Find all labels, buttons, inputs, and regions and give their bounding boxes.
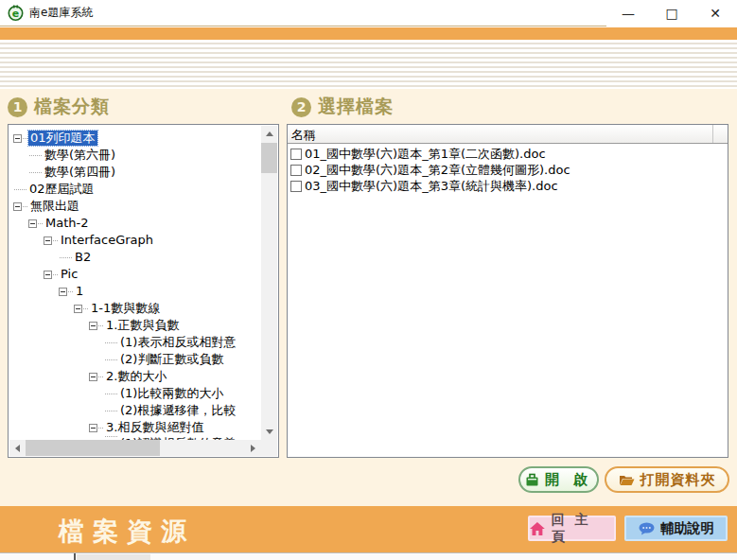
collapse-toggle-icon[interactable] [44, 236, 52, 245]
home-icon [530, 522, 545, 535]
tree-item[interactable]: 無限出題 [9, 198, 261, 215]
scroll-right-button[interactable] [245, 440, 261, 456]
tree-item[interactable]: (1)比較兩數的大小 [9, 385, 261, 402]
page-title: 檔案資源 [59, 515, 195, 549]
tree-horizontal-scrollbar[interactable] [9, 440, 261, 456]
home-button-label: 回 主 頁 [552, 512, 614, 546]
bottom-strip-segment [77, 554, 150, 560]
file-list-panel: 名稱 01_國中數學(六)題本_第1章(二次函數).doc02_國中數學(六)題… [287, 124, 728, 458]
tree-item[interactable]: (2)判斷正數或負數 [9, 351, 261, 368]
tree-item-label: 數學(第六冊) [43, 148, 117, 163]
tree-item-label: 2.數的大小 [104, 369, 168, 384]
svg-text:e: e [12, 8, 19, 20]
file-checkbox[interactable] [290, 165, 302, 176]
tree-item-label: (1)表示相反或相對意 [118, 335, 237, 350]
help-button[interactable]: 輔助說明 [624, 516, 728, 541]
tree-item[interactable]: 1 [9, 283, 261, 300]
tree-item-label: (2)根據遞移律，比較 [118, 403, 237, 418]
collapse-toggle-icon[interactable] [89, 424, 97, 432]
top-orange-band [0, 27, 737, 40]
file-name: 01_國中數學(六)題本_第1章(二次函數).doc [305, 146, 546, 162]
collapse-toggle-icon[interactable] [74, 305, 82, 313]
tree-item[interactable]: 02歷屆試題 [9, 181, 261, 198]
column-header-name[interactable]: 名稱 [288, 125, 713, 143]
category-tree-panel: 01列印題本數學(第六冊)數學(第四冊)02歷屆試題無限出題Math-2Inte… [8, 124, 279, 458]
tree-item-label: (2)判斷正數或負數 [118, 352, 225, 367]
file-checkbox[interactable] [290, 181, 302, 192]
tree-item-label: B2 [73, 250, 93, 265]
tree-item[interactable]: (1)表示相反或相對意 [9, 334, 261, 351]
file-checkbox[interactable] [290, 149, 302, 160]
tree-item-label: 01列印題本 [28, 131, 97, 146]
tree-item[interactable]: InterfaceGraph [9, 232, 261, 249]
app-logo-icon: e [8, 5, 24, 21]
tree-item[interactable]: B2 [9, 249, 261, 266]
collapse-toggle-icon[interactable] [89, 373, 97, 381]
column-header-extra[interactable] [713, 125, 728, 143]
step-2-badge: 2 [291, 97, 311, 117]
tree-item-label: 1 [74, 284, 85, 299]
file-row[interactable]: 03_國中數學(六)題本_第3章(統計與機率).doc [288, 178, 728, 194]
bottom-strip-divider [74, 553, 76, 560]
tree-item-label: Pic [59, 267, 79, 282]
file-name: 02_國中數學(六)題本_第2章(立體幾何圖形).doc [305, 162, 570, 178]
tree-item-label: Math-2 [44, 216, 90, 231]
folder-icon [619, 473, 635, 486]
section-title-file-category: 檔案分類 [34, 95, 110, 119]
scroll-down-button[interactable] [261, 424, 277, 440]
open-folder-button[interactable]: 打開資料夾 [605, 466, 729, 493]
list-header: 名稱 [288, 125, 728, 144]
file-rows: 01_國中數學(六)題本_第1章(二次函數).doc02_國中數學(六)題本_第… [288, 144, 728, 194]
tree-item-label: 1.正數與負數 [104, 318, 181, 333]
tree-item[interactable]: (2)根據遞移律，比較 [9, 402, 261, 419]
collapse-toggle-icon[interactable] [44, 271, 52, 279]
tree-item-label: 1-1數與數線 [89, 301, 162, 316]
open-button-label: 開 啟 [545, 471, 592, 489]
tree-item[interactable]: 1-1數與數線 [9, 300, 261, 317]
tree-vertical-scrollbar[interactable] [261, 126, 277, 440]
open-folder-button-label: 打開資料夾 [640, 471, 716, 489]
tree-item[interactable]: 數學(第六冊) [9, 147, 261, 164]
striped-band [0, 40, 737, 89]
tree-item[interactable]: 數學(第四冊) [9, 164, 261, 181]
tree-item[interactable]: 3.相反數與絕對值 [9, 419, 261, 436]
window-title: 南e題庫系統 [29, 5, 93, 21]
scroll-up-button[interactable] [261, 126, 277, 142]
file-name: 03_國中數學(六)題本_第3章(統計與機率).doc [305, 178, 558, 194]
app-window: { "window": { "title": "南e題庫系統", "minimi… [0, 0, 737, 560]
collapse-toggle-icon[interactable] [13, 134, 22, 143]
tree-item-label: 02歷屆試題 [27, 182, 97, 197]
section-title-select-file: 選擇檔案 [318, 95, 394, 119]
section-header-select-file: 2 選擇檔案 [291, 95, 394, 119]
collapse-toggle-icon[interactable] [28, 219, 37, 228]
collapse-toggle-icon[interactable] [59, 288, 67, 296]
tree-item[interactable]: 01列印題本 [9, 130, 261, 147]
vertical-scroll-thumb[interactable] [261, 143, 277, 173]
scrollbar-corner [261, 440, 277, 456]
tree-item[interactable]: 1.正數與負數 [9, 317, 261, 334]
section-header-file-category: 1 檔案分類 [8, 95, 110, 119]
tree-item[interactable]: Math-2 [9, 215, 261, 232]
collapse-toggle-icon[interactable] [89, 322, 97, 330]
close-button[interactable]: ✕ [693, 0, 737, 26]
title-bar: e 南e題庫系統 — □ ✕ [0, 0, 737, 26]
file-row[interactable]: 01_國中數學(六)題本_第1章(二次函數).doc [288, 146, 728, 162]
tree-item-label: InterfaceGraph [59, 233, 155, 248]
home-button[interactable]: 回 主 頁 [528, 516, 616, 541]
file-row[interactable]: 02_國中數學(六)題本_第2章(立體幾何圖形).doc [288, 162, 728, 178]
maximize-button[interactable]: □ [650, 0, 693, 26]
scroll-left-button[interactable] [9, 440, 26, 456]
tree-rows: 01列印題本數學(第六冊)數學(第四冊)02歷屆試題無限出題Math-2Inte… [9, 126, 261, 440]
help-button-label: 輔助說明 [661, 520, 714, 537]
collapse-toggle-icon[interactable] [13, 202, 22, 211]
footer-bar: 檔案資源 回 主 頁 輔助說明 [0, 506, 737, 552]
tree-item-label: 無限出題 [28, 199, 81, 214]
speech-bubble-icon [639, 522, 655, 535]
tree-item-label: 3.相反數與絕對值 [104, 420, 205, 435]
tree-item-label: 數學(第四冊) [43, 165, 117, 180]
horizontal-scroll-thumb[interactable] [26, 440, 160, 456]
open-button[interactable]: 開 啟 [518, 466, 599, 493]
tree-item[interactable]: Pic [9, 266, 261, 283]
tree-item[interactable]: 2.數的大小 [9, 368, 261, 385]
minimize-button[interactable]: — [606, 0, 650, 26]
